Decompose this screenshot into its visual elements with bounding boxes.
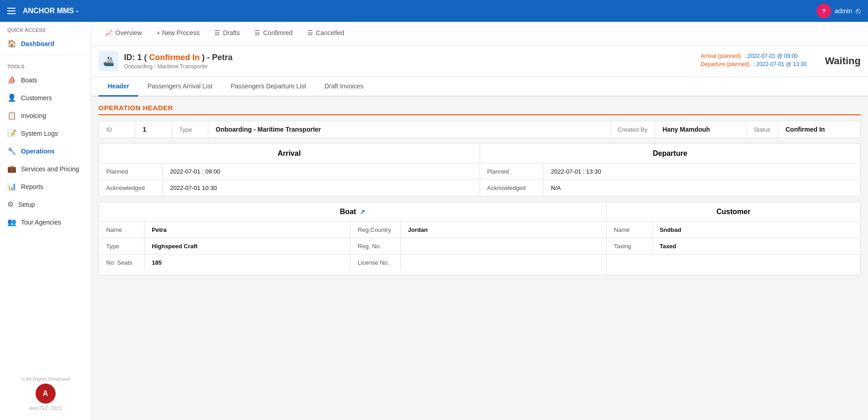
boat-type-label: Type	[99, 238, 145, 254]
tab-header-label: Header	[108, 82, 129, 90]
process-title-block: ID: 1 ( Confirmed In ) - Petra Onboardin…	[124, 53, 232, 70]
sidebar-item-operations[interactable]: 🔧 Operations	[0, 142, 91, 160]
sidebar-label-customers: Customers	[21, 94, 52, 102]
sidebar-item-customers[interactable]: 👤 Customers	[0, 89, 91, 107]
sidebar-label-invoicing: Invoicing	[21, 112, 46, 119]
page-body: OPERATION HEADER ID 1 Type Onboarding - …	[91, 97, 868, 420]
reports-icon: 📊	[7, 182, 16, 191]
boats-icon: ⛵	[7, 76, 16, 84]
type-label: Type	[179, 126, 192, 133]
subnav-cancelled-label: Cancelled	[316, 29, 344, 36]
tab-draft-invoices[interactable]: Draft Invoices	[315, 77, 373, 97]
type-value-cell: Onboarding - Maritime Transporter	[208, 121, 610, 138]
process-type-icon: 🚢	[98, 51, 119, 71]
boat-name-row: Name Petra Reg.Country Jordan	[99, 222, 606, 238]
departure-date-row: Departure (planned) : 2022-07-01 @ 13:30	[701, 61, 806, 67]
customer-taxing-row: Taxing Taxed	[607, 238, 860, 255]
departure-section: Departure Planned 2022-07-01 : 13:30 Ack…	[480, 144, 861, 196]
top-nav-right: ? admin ⎋	[816, 4, 861, 18]
main-content: 📈 Overview + New Process ☰ Drafts ☰ Conf…	[91, 22, 868, 420]
tab-header[interactable]: Header	[98, 77, 138, 97]
logout-icon[interactable]: ⎋	[856, 6, 861, 16]
arrival-label: Arrival (planned)	[701, 53, 741, 59]
id-label: ID	[106, 126, 112, 133]
boat-type-row: Type Highspeed Craft Reg. No.	[99, 238, 606, 255]
sub-navbar: 📈 Overview + New Process ☰ Drafts ☰ Conf…	[91, 22, 868, 46]
boat-external-link-icon[interactable]: ↗	[360, 208, 365, 215]
sidebar-label-reports: Reports	[21, 183, 43, 190]
info-row: ID 1 Type Onboarding - Maritime Transpor…	[98, 121, 861, 138]
boat-seats-row: No. Seats 185 License No.	[99, 255, 606, 271]
dashboard-icon: 🏠	[7, 39, 16, 48]
customer-name-row: Name Sndbad	[607, 222, 860, 238]
sidebar-item-boats[interactable]: ⛵ Boats	[0, 71, 91, 89]
subnav-drafts[interactable]: ☰ Drafts	[208, 22, 246, 45]
subnav-new-process[interactable]: + New Process	[150, 22, 206, 45]
setup-icon: ⚙	[7, 200, 14, 209]
departure-acknowledged-label: Acknowledged	[480, 180, 544, 196]
sidebar-label-system-logs: System Logs	[21, 130, 58, 137]
brand-label: AtenTEC 2022	[29, 405, 62, 411]
customer-taxing-label: Taxing	[607, 238, 652, 254]
departure-planned-row: Planned 2022-07-01 : 13:30	[480, 164, 861, 180]
boat-section: Boat ↗ Name Petra Reg.Country Jordan Typ…	[99, 202, 607, 275]
type-value: Onboarding - Maritime Transporter	[216, 126, 321, 133]
sidebar-label-boats: Boats	[21, 77, 37, 84]
cancelled-list-icon: ☰	[307, 29, 313, 36]
hamburger-menu[interactable]	[7, 8, 16, 14]
boat-header: Boat ↗	[99, 202, 606, 222]
arrival-planned-row: Planned 2022-07-01 : 09:00	[99, 164, 480, 180]
arrival-date-row: Arrival (planned) : 2022-07-01 @ 09:00	[701, 53, 806, 59]
app-title: ANCHOR MMS -	[23, 7, 78, 15]
created-by-value-cell: Hany Mamdouh	[655, 121, 746, 138]
status-value-cell: Confirmed In	[778, 121, 860, 138]
arrival-departure-grid: Arrival Planned 2022-07-01 : 09:00 Ackno…	[98, 143, 861, 196]
sidebar-item-services-pricing[interactable]: 💼 Services and Pricing	[0, 160, 91, 178]
sidebar: Quick Access 🏠 Dashboard Tools ⛵ Boats 👤…	[0, 22, 91, 420]
tools-label: Tools	[0, 58, 91, 71]
arrival-header: Arrival	[99, 144, 480, 164]
boat-name-value: Petra	[145, 222, 351, 238]
departure-label: Departure (planned)	[701, 61, 749, 67]
ship-icon: 🚢	[103, 56, 114, 67]
tour-agencies-icon: 👥	[7, 218, 16, 226]
sidebar-item-system-logs[interactable]: 📝 System Logs	[0, 124, 91, 142]
process-dates: Arrival (planned) : 2022-07-01 @ 09:00 D…	[701, 53, 806, 69]
arrival-planned-value: 2022-07-01 : 09:00	[163, 164, 227, 179]
customer-empty-row	[607, 255, 860, 275]
sidebar-label-setup: Setup	[18, 201, 35, 208]
process-title: ID: 1 ( Confirmed In ) - Petra	[124, 53, 232, 62]
sidebar-item-reports[interactable]: 📊 Reports	[0, 178, 91, 195]
status-label-cell: Status	[746, 122, 778, 138]
created-by-label: Created By	[618, 126, 647, 133]
customer-section: Customer Name Sndbad Taxing Taxed	[607, 202, 860, 275]
services-pricing-icon: 💼	[7, 164, 16, 173]
tab-passengers-arrival-label: Passengers Arrival List	[147, 82, 212, 90]
drafts-list-icon: ☰	[214, 29, 220, 36]
operations-icon: 🔧	[7, 147, 16, 155]
subnav-cancelled[interactable]: ☰ Cancelled	[301, 22, 351, 45]
sidebar-item-setup[interactable]: ⚙ Setup	[0, 195, 91, 213]
arrival-acknowledged-row: Acknowledged 2022-07-01 10:30	[99, 180, 480, 196]
subnav-confirmed[interactable]: ☰ Confimred	[248, 22, 299, 45]
created-by-label-cell: Created By	[610, 122, 655, 138]
subnav-overview[interactable]: 📈 Overview	[98, 22, 148, 45]
arrival-planned-label: Planned	[99, 164, 163, 179]
tab-passengers-departure-label: Passengers Departure List	[231, 82, 306, 90]
tab-draft-invoices-label: Draft Invoices	[325, 82, 364, 90]
tab-passengers-departure[interactable]: Passengers Departure List	[222, 77, 315, 97]
quick-access-label: Quick Access	[0, 22, 91, 35]
process-header: 🚢 ID: 1 ( Confirmed In ) - Petra Onboard…	[91, 46, 868, 77]
boat-name-label: Name	[99, 222, 145, 238]
arrival-section: Arrival Planned 2022-07-01 : 09:00 Ackno…	[99, 144, 480, 196]
id-value-cell: 1	[135, 121, 172, 138]
sidebar-item-tour-agencies[interactable]: 👥 Tour Agencies	[0, 213, 91, 231]
status-label: Status	[754, 126, 770, 133]
customer-header: Customer	[607, 202, 860, 222]
boat-license-value	[401, 255, 606, 271]
sidebar-item-dashboard[interactable]: 🏠 Dashboard	[0, 35, 91, 52]
process-id-label: ID:	[124, 53, 135, 62]
sidebar-item-invoicing[interactable]: 📋 Invoicing	[0, 107, 91, 124]
tab-passengers-arrival[interactable]: Passengers Arrival List	[138, 77, 221, 97]
user-avatar[interactable]: ?	[816, 4, 831, 18]
